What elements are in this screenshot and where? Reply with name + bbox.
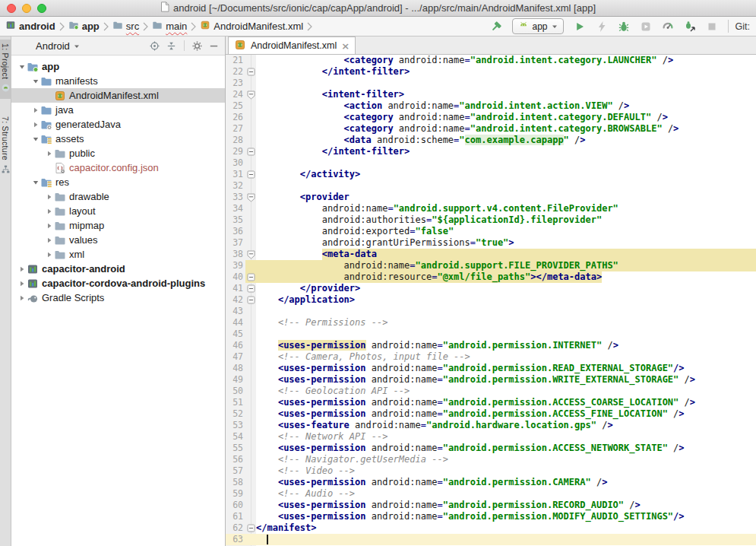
code-line-38[interactable]: 38 <meta-data [226, 249, 756, 260]
code-line-55[interactable]: 55 <uses-permission android:name="androi… [226, 443, 756, 454]
breadcrumb-item-app[interactable]: app [68, 20, 100, 33]
code-line-60[interactable]: 60 <uses-permission android:name="androi… [226, 500, 756, 511]
gear-icon[interactable] [191, 40, 203, 52]
tree-item-gradle-scripts[interactable]: Gradle Scripts [11, 290, 225, 305]
code-line-28[interactable]: 28 <data android:scheme="com.example.cap… [226, 135, 756, 146]
tree-item-androidmanifest-xml[interactable]: AndroidManifest.xml [11, 88, 225, 103]
code-line-43[interactable]: 43 [226, 306, 756, 317]
project-view-selector[interactable]: Android [36, 40, 70, 52]
tree-item-assets[interactable]: assets [11, 132, 225, 146]
profiler-icon[interactable] [659, 18, 677, 35]
editor-tab-androidmanifest[interactable]: AndroidManifest.xml × [228, 37, 356, 54]
code-line-63[interactable]: 63 [226, 534, 756, 545]
run-icon[interactable] [571, 18, 589, 35]
code-line-44[interactable]: 44 <!-- Permissions --> [226, 317, 756, 329]
tree-item-mipmap[interactable]: mipmap [11, 218, 225, 233]
code-line-50[interactable]: 50 <!-- Geolocation API --> [226, 386, 756, 397]
code-line-58[interactable]: 58 <uses-permission android:name="androi… [226, 477, 756, 488]
code-line-24[interactable]: 24 <intent-filter> [226, 89, 756, 100]
minimize-window-button[interactable] [22, 4, 31, 13]
code-line-25[interactable]: 25 <action android:name="android.intent.… [226, 100, 756, 112]
breadcrumb-item-main[interactable]: main [151, 20, 188, 33]
code-line-42[interactable]: 42 </application> [226, 294, 756, 306]
code-line-47[interactable]: 47 <!-- Camera, Photos, input file --> [226, 351, 756, 363]
code-line-54[interactable]: 54 <!-- Network API --> [226, 431, 756, 443]
locate-target-icon[interactable] [149, 40, 160, 52]
code-line-49[interactable]: 49 <uses-permission android:name="androi… [226, 374, 756, 386]
code-line-41[interactable]: 41 </provider> [226, 283, 756, 294]
code-line-34[interactable]: 34 android:name="android.support.v4.cont… [226, 203, 756, 214]
code-line-35[interactable]: 35 android:authorities="${applicationId}… [226, 214, 756, 226]
chevron-collapsed-icon[interactable] [17, 280, 27, 287]
code-line-21[interactable]: 21 <category android:name="android.inten… [226, 55, 756, 66]
tree-item-res[interactable]: res [11, 175, 225, 189]
code-line-46[interactable]: 46 <uses-permission android:name="androi… [226, 340, 756, 351]
run-coverage-icon[interactable] [637, 18, 655, 35]
code-line-40[interactable]: 40 android:resource="@xml/file_paths"></… [226, 271, 756, 283]
zoom-window-button[interactable] [37, 4, 46, 13]
fold-marker-icon[interactable] [245, 296, 256, 304]
code-editor[interactable]: 21 <category android:name="android.inten… [226, 55, 756, 546]
code-line-26[interactable]: 26 <category android:name="android.inten… [226, 112, 756, 123]
git-branch-label[interactable]: Git: [728, 20, 750, 33]
tree-item-manifests[interactable]: manifests [11, 74, 225, 88]
code-line-45[interactable]: 45 [226, 329, 756, 340]
code-line-57[interactable]: 57 <!-- Video --> [226, 465, 756, 477]
code-line-61[interactable]: 61 <uses-permission android:name="androi… [226, 511, 756, 522]
fold-marker-icon[interactable] [245, 250, 256, 259]
breadcrumb-item-android[interactable]: android [5, 20, 56, 33]
apply-changes-icon[interactable] [593, 18, 611, 35]
chevron-collapsed-icon[interactable] [17, 265, 27, 273]
chevron-collapsed-icon[interactable] [45, 222, 54, 230]
code-line-27[interactable]: 27 <category android:name="android.inten… [226, 123, 756, 135]
tree-item-drawable[interactable]: drawable [11, 189, 225, 204]
tree-item-values[interactable]: values [11, 233, 225, 247]
hide-panel-icon[interactable] [208, 40, 220, 52]
code-line-53[interactable]: 53 <uses-feature android:name="android.h… [226, 420, 756, 431]
code-line-39[interactable]: 39 android:name="android.support.FILE_PR… [226, 260, 756, 271]
code-line-48[interactable]: 48 <uses-permission android:name="androi… [226, 363, 756, 374]
fold-marker-icon[interactable] [245, 148, 256, 156]
code-line-62[interactable]: 62</manifest> [226, 522, 756, 534]
tree-item-capacitor-config-json[interactable]: capacitor.config.json [11, 160, 225, 175]
chevron-collapsed-icon[interactable] [45, 236, 54, 244]
chevron-collapsed-icon[interactable] [45, 208, 54, 215]
chevron-expanded-icon[interactable] [31, 135, 40, 143]
tree-item-app[interactable]: app [11, 59, 225, 74]
tree-item-layout[interactable]: layout [11, 204, 225, 218]
chevron-collapsed-icon[interactable] [45, 251, 54, 259]
chevron-collapsed-icon[interactable] [45, 193, 54, 201]
attach-debugger-icon[interactable] [681, 18, 699, 35]
close-window-button[interactable] [7, 4, 16, 13]
code-line-29[interactable]: 29 </intent-filter> [226, 146, 756, 157]
tool-window-button-1-project[interactable]: 1: Project [0, 40, 11, 99]
fold-marker-icon[interactable] [245, 284, 256, 293]
collapse-all-icon[interactable] [166, 40, 177, 52]
tree-item-capacitor-android[interactable]: capacitor-android [11, 262, 225, 276]
tool-window-button-7-structure[interactable]: 7: Structure [0, 113, 11, 180]
fold-marker-icon[interactable] [245, 193, 256, 202]
fold-marker-icon[interactable] [245, 170, 256, 179]
debug-icon[interactable] [615, 18, 633, 35]
breadcrumb-item-androidmanifest-xml[interactable]: AndroidManifest.xml [199, 20, 304, 33]
code-line-56[interactable]: 56 <!-- Navigator.getUserMedia --> [226, 454, 756, 465]
tree-item-public[interactable]: public [11, 146, 225, 160]
close-tab-icon[interactable]: × [341, 41, 350, 51]
code-line-23[interactable]: 23 [226, 78, 756, 89]
stop-icon[interactable] [703, 18, 721, 35]
code-line-59[interactable]: 59 <!-- Audio --> [226, 488, 756, 500]
fold-marker-icon[interactable] [245, 524, 256, 532]
run-configuration-select[interactable]: app [512, 18, 564, 34]
tree-item-capacitor-cordova-android-plugins[interactable]: capacitor-cordova-android-plugins [11, 276, 225, 290]
fold-marker-icon[interactable] [245, 273, 256, 281]
chevron-collapsed-icon[interactable] [45, 150, 54, 157]
chevron-expanded-icon[interactable] [17, 63, 27, 71]
code-line-30[interactable]: 30 [226, 157, 756, 169]
chevron-collapsed-icon[interactable] [17, 294, 27, 302]
code-line-37[interactable]: 37 android:grantUriPermissions="true"> [226, 237, 756, 249]
code-line-36[interactable]: 36 android:exported="false" [226, 226, 756, 237]
code-line-31[interactable]: 31 </activity> [226, 169, 756, 180]
chevron-down-icon[interactable] [74, 40, 80, 52]
tree-item-generatedjava[interactable]: generatedJava [11, 117, 225, 132]
chevron-collapsed-icon[interactable] [31, 106, 40, 114]
